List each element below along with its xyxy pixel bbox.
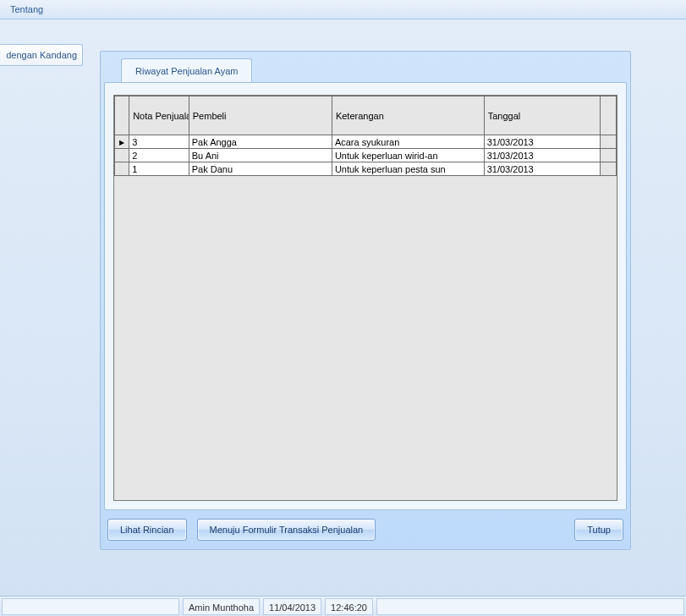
cell-keterangan[interactable]: Acara syukuran bbox=[332, 135, 484, 149]
row-indicator bbox=[115, 135, 129, 149]
cell-pembeli[interactable]: Pak Danu bbox=[189, 162, 332, 176]
cell-scroll-gutter bbox=[600, 135, 616, 149]
row-indicator bbox=[115, 162, 129, 176]
table-row[interactable]: 1Pak DanuUntuk keperluan pesta sun31/03/… bbox=[115, 162, 617, 176]
cell-tanggal[interactable]: 31/03/2013 bbox=[484, 135, 600, 149]
status-time: 12:46:20 bbox=[325, 598, 373, 615]
cell-pembeli[interactable]: Pak Angga bbox=[189, 135, 332, 149]
tab-body: Nota Penjualan Pembeli Keterangan Tangga… bbox=[104, 82, 627, 510]
tutup-button[interactable]: Tutup bbox=[574, 519, 623, 541]
cell-pembeli[interactable]: Bu Ani bbox=[189, 149, 332, 162]
table-row[interactable]: 2Bu AniUntuk keperluan wirid-an31/03/201… bbox=[115, 149, 617, 162]
grid-header-nota[interactable]: Nota Penjualan bbox=[129, 96, 189, 135]
tab-kandang-label: dengan Kandang bbox=[6, 50, 77, 60]
status-tail bbox=[376, 598, 684, 615]
cell-nota[interactable]: 1 bbox=[129, 162, 189, 176]
status-user: Amin Munthoha bbox=[183, 598, 260, 615]
status-bar: Amin Munthoha 11/04/2013 12:46:20 bbox=[0, 596, 686, 616]
grid-header-tanggal[interactable]: Tanggal bbox=[484, 96, 600, 135]
main-panel: Riwayat Penjualan Ayam Nota Penjualan Pe… bbox=[100, 51, 631, 550]
tab-kandang-partial[interactable]: dengan Kandang bbox=[0, 44, 83, 66]
grid-header-pembeli[interactable]: Pembeli bbox=[189, 96, 332, 135]
cell-scroll-gutter bbox=[600, 162, 616, 176]
lihat-rincian-button[interactable]: Lihat Rincian bbox=[107, 519, 187, 541]
grid-header-keterangan[interactable]: Keterangan bbox=[332, 96, 484, 135]
table-row[interactable]: 3Pak AnggaAcara syukuran31/03/2013 bbox=[115, 135, 617, 149]
status-lead bbox=[2, 598, 179, 615]
menu-bar: Tentang bbox=[0, 0, 686, 19]
button-row: Lihat Rincian Menuju Formulir Transaksi … bbox=[107, 517, 623, 542]
cell-keterangan[interactable]: Untuk keperluan wirid-an bbox=[332, 149, 484, 162]
tab-riwayat-penjualan[interactable]: Riwayat Penjualan Ayam bbox=[121, 58, 252, 82]
grid-header-selector bbox=[115, 96, 129, 135]
tab-label: Riwayat Penjualan Ayam bbox=[135, 66, 238, 76]
cell-nota[interactable]: 3 bbox=[129, 135, 189, 149]
menuju-formulir-button[interactable]: Menuju Formulir Transaksi Penjualan bbox=[197, 519, 376, 541]
cell-scroll-gutter bbox=[600, 149, 616, 162]
row-indicator bbox=[115, 149, 129, 162]
grid-header-scroll bbox=[600, 96, 616, 135]
cell-tanggal[interactable]: 31/03/2013 bbox=[484, 149, 600, 162]
sales-history-grid[interactable]: Nota Penjualan Pembeli Keterangan Tangga… bbox=[113, 95, 617, 501]
grid-header-row: Nota Penjualan Pembeli Keterangan Tangga… bbox=[115, 96, 617, 135]
cell-nota[interactable]: 2 bbox=[129, 149, 189, 162]
cell-tanggal[interactable]: 31/03/2013 bbox=[484, 162, 600, 176]
status-date: 11/04/2013 bbox=[263, 598, 321, 615]
menu-tentang[interactable]: Tentang bbox=[3, 2, 50, 17]
cell-keterangan[interactable]: Untuk keperluan pesta sun bbox=[332, 162, 484, 176]
